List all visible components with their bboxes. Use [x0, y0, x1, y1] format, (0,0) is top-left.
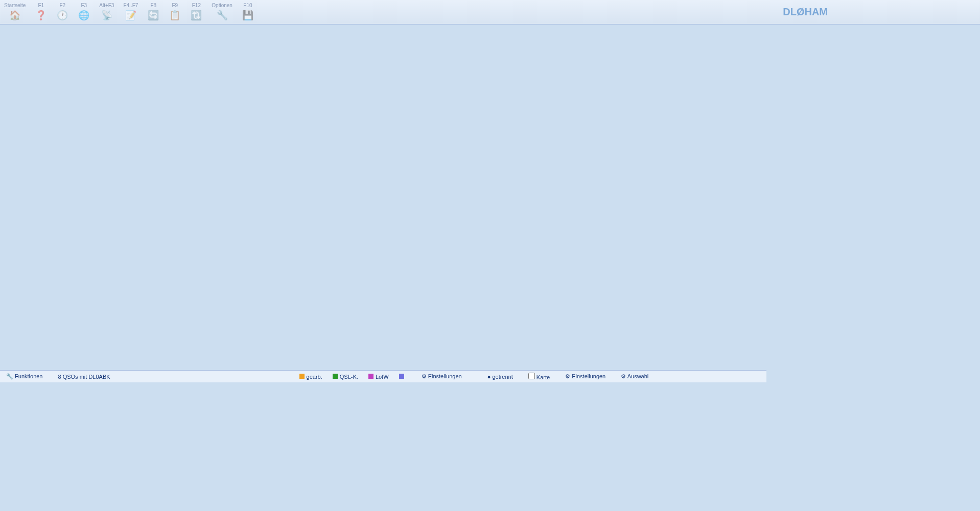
tool-F4..F7[interactable]: F4..F7📝	[123, 3, 138, 21]
tool-F3[interactable]: F3🌐	[78, 3, 90, 21]
tool-F2[interactable]: F2🕐	[56, 3, 68, 21]
tool-F9[interactable]: F9📋	[169, 3, 181, 21]
tool-Alt+F3[interactable]: Alt+F3📡	[99, 3, 114, 21]
brand-logo: DLØHAM	[783, 6, 828, 18]
tool-Startseite[interactable]: Startseite🏠	[4, 3, 26, 21]
tool-Optionen[interactable]: Optionen🔧	[212, 3, 232, 21]
tool-F12[interactable]: F12🔃	[190, 3, 202, 21]
main-toolbar: Startseite🏠F1❓F2🕐F3🌐Alt+F3📡F4..F7📝F8🔄F9📋…	[0, 0, 980, 25]
tool-F8[interactable]: F8🔄	[147, 3, 159, 21]
tool-F1[interactable]: F1❓	[35, 3, 47, 21]
tool-F10[interactable]: F10💾	[242, 3, 254, 21]
